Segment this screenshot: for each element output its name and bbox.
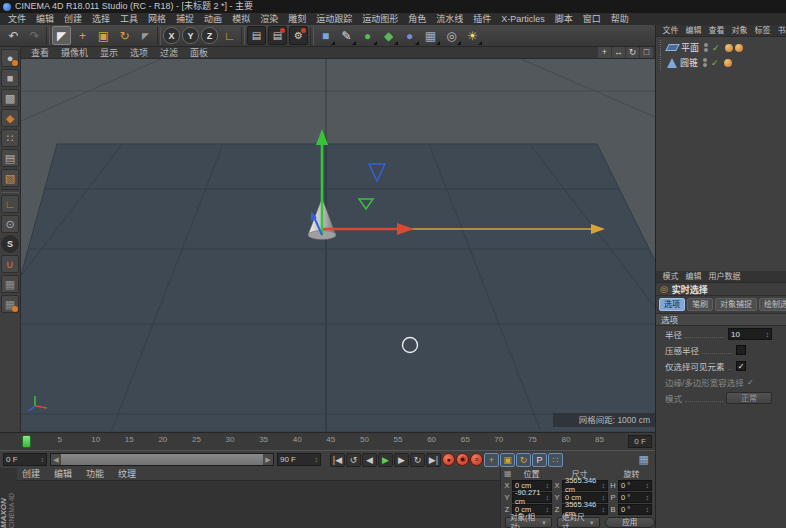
- playback-settings-icon[interactable]: ▦: [639, 453, 649, 466]
- vp-menu-options[interactable]: 选项: [124, 47, 154, 59]
- subdivision-surface-icon[interactable]: ●: [358, 26, 377, 45]
- menu-render[interactable]: 渲染: [255, 13, 283, 25]
- size-mode-dropdown[interactable]: 绝对尺寸▼: [557, 517, 600, 528]
- timeline-range-slider[interactable]: ◀ ▶: [50, 453, 274, 466]
- tag-icon[interactable]: [725, 44, 733, 52]
- menu-help[interactable]: 帮助: [606, 13, 634, 25]
- edges-mode-icon[interactable]: ▤: [1, 149, 19, 167]
- palette-divider[interactable]: [1, 189, 19, 193]
- render-to-picture-viewer-icon[interactable]: ▤: [268, 26, 287, 45]
- am-tab-object-snap[interactable]: 对象捕捉: [715, 298, 757, 311]
- z-axis-lock-button[interactable]: Z: [201, 27, 218, 44]
- lock-workplane-icon[interactable]: ▦: [1, 295, 19, 313]
- om-menu-tags[interactable]: 标签: [751, 25, 774, 37]
- menu-snap[interactable]: 捕捉: [171, 13, 199, 25]
- slider-range-bar[interactable]: [61, 454, 263, 465]
- record-scale-toggle[interactable]: ▣: [500, 453, 515, 467]
- mat-menu-function[interactable]: 功能: [86, 468, 104, 480]
- toolbar-separator-3[interactable]: [241, 27, 245, 45]
- toolbar-separator-2[interactable]: [157, 27, 161, 45]
- mat-menu-create[interactable]: 创建: [22, 468, 40, 480]
- rotate-tool-icon[interactable]: ↻: [115, 26, 134, 45]
- object-name[interactable]: 圆锥: [680, 56, 698, 69]
- keyframe-selection-button[interactable]: ≡: [470, 453, 483, 466]
- am-menu-mode[interactable]: 模式: [659, 271, 682, 283]
- visible-only-checkbox[interactable]: ✓: [736, 361, 746, 371]
- goto-prev-key-button[interactable]: ↺: [346, 453, 361, 467]
- rotation-b-field[interactable]: 0 °↕: [618, 504, 652, 515]
- prev-frame-button[interactable]: ◀: [362, 453, 377, 467]
- object-row-plane[interactable]: 平面 ✓: [656, 40, 786, 55]
- points-mode-icon[interactable]: ∷: [1, 129, 19, 147]
- workplane-mode-icon[interactable]: ◆: [1, 109, 19, 127]
- add-cube-icon[interactable]: ■: [316, 26, 335, 45]
- om-menu-file[interactable]: 文件: [659, 25, 682, 37]
- toolbar-separator-4[interactable]: [310, 27, 314, 45]
- record-pla-toggle[interactable]: ∷: [548, 453, 563, 467]
- goto-next-key-button[interactable]: ↻: [410, 453, 425, 467]
- am-tab-paint-select[interactable]: 绘制选择: [759, 298, 786, 311]
- last-used-tool-icon[interactable]: ◤: [136, 26, 155, 45]
- toolbar-separator-1[interactable]: [46, 27, 50, 45]
- menu-select[interactable]: 选择: [87, 13, 115, 25]
- texture-mode-icon[interactable]: ▩: [1, 89, 19, 107]
- range-start-field[interactable]: 0 F ↕: [3, 453, 47, 466]
- next-frame-button[interactable]: ▶: [394, 453, 409, 467]
- scale-tool-icon[interactable]: ▣: [94, 26, 113, 45]
- am-menu-user-data[interactable]: 用户数据: [705, 271, 744, 283]
- timeline-ruler[interactable]: 051015202530354045505560657075808590 0 F: [0, 432, 655, 450]
- mode-select[interactable]: 正常: [726, 392, 772, 404]
- radius-input[interactable]: 10↕: [728, 328, 772, 340]
- vp-menu-cameras[interactable]: 摄像机: [55, 47, 94, 59]
- goto-start-button[interactable]: |◀: [330, 453, 345, 467]
- menu-mograph[interactable]: 运动图形: [357, 13, 403, 25]
- am-tab-options[interactable]: 选项: [659, 298, 685, 311]
- range-end-field[interactable]: 90 F ↕: [277, 453, 321, 466]
- axis-mode-icon[interactable]: ∟: [1, 195, 19, 213]
- current-frame-field[interactable]: 0 F: [628, 435, 652, 448]
- polygons-mode-icon[interactable]: ▧: [1, 169, 19, 187]
- tweak-mode-icon[interactable]: ⊙: [1, 215, 19, 233]
- goto-end-button[interactable]: ▶|: [426, 453, 441, 467]
- camera-icon[interactable]: ◎: [442, 26, 461, 45]
- position-y-field[interactable]: -90.271 cm↕: [512, 492, 552, 503]
- tag-icon[interactable]: [724, 59, 732, 67]
- menu-tools[interactable]: 工具: [115, 13, 143, 25]
- menu-create[interactable]: 创建: [59, 13, 87, 25]
- visibility-dots[interactable]: [704, 43, 708, 52]
- am-menu-edit[interactable]: 编辑: [682, 271, 705, 283]
- mat-menu-texture[interactable]: 纹理: [118, 468, 136, 480]
- undo-icon[interactable]: ↶: [4, 26, 23, 45]
- record-parameter-toggle[interactable]: P: [532, 453, 547, 467]
- am-tab-brush[interactable]: 笔刷: [687, 298, 713, 311]
- menu-simulate[interactable]: 模拟: [227, 13, 255, 25]
- object-row-cone[interactable]: 圆锥 ✓: [656, 55, 786, 70]
- y-axis-lock-button[interactable]: Y: [182, 27, 199, 44]
- apply-button[interactable]: 应用: [605, 517, 655, 528]
- tag-icon[interactable]: [735, 44, 743, 52]
- maximize-view-icon[interactable]: □: [640, 47, 653, 58]
- object-manager-list[interactable]: 平面 ✓ 圆锥 ✓: [656, 37, 786, 271]
- om-menu-bookmarks[interactable]: 书签: [774, 25, 786, 37]
- spinner-icon[interactable]: ↕: [41, 456, 45, 463]
- menu-motion-tracker[interactable]: 运动跟踪: [311, 13, 357, 25]
- options-section-header[interactable]: 选项: [656, 313, 786, 326]
- material-manager[interactable]: 创建编辑功能纹理: [0, 468, 500, 528]
- menu-x-particles[interactable]: X-Particles: [496, 13, 550, 25]
- plane-object-surface[interactable]: [21, 144, 655, 432]
- enable-snap-magnet-icon[interactable]: ∪: [1, 255, 19, 273]
- size-x-field[interactable]: 3565.346 cm↕: [562, 480, 608, 491]
- move-tool-icon[interactable]: +: [73, 26, 92, 45]
- spinner-icon[interactable]: ↕: [315, 456, 319, 463]
- menu-mesh[interactable]: 网格: [143, 13, 171, 25]
- coordinate-system-icon[interactable]: ∟: [220, 26, 239, 45]
- rotation-h-field[interactable]: 0 °↕: [618, 480, 652, 491]
- slider-right-handle[interactable]: ▶: [263, 454, 273, 465]
- x-axis-lock-button[interactable]: X: [163, 27, 180, 44]
- menu-animate[interactable]: 动画: [199, 13, 227, 25]
- rotate-view-icon[interactable]: ↻: [626, 47, 639, 58]
- record-position-toggle[interactable]: +: [484, 453, 499, 467]
- menu-script[interactable]: 脚本: [550, 13, 578, 25]
- enable-quantizing-icon[interactable]: S: [1, 235, 19, 253]
- mat-menu-edit[interactable]: 编辑: [54, 468, 72, 480]
